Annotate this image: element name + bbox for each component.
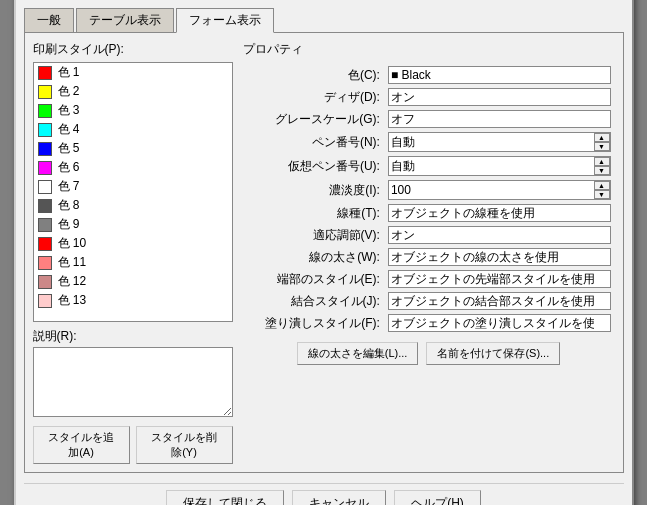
style-list[interactable]: 色 1色 2色 3色 4色 5色 6色 7色 8色 9色 10色 11色 12色… [33, 62, 233, 322]
style-item-label: 色 6 [58, 159, 80, 176]
style-item-label: 色 7 [58, 178, 80, 195]
dropdown-wrapper: オン [388, 88, 611, 106]
dropdown-wrapper: オブジェクトの線の太さを使用 [388, 248, 611, 266]
spinner-wrapper: ▲▼ [388, 156, 611, 176]
pen_number-input[interactable] [389, 134, 594, 150]
spinner-up-button[interactable]: ▲ [594, 157, 610, 166]
property-row: 線の太さ(W):オブジェクトの線の太さを使用 [243, 246, 615, 268]
joinstyle-dropdown[interactable]: オブジェクトの結合部スタイルを使用 [388, 292, 611, 310]
lineweight-dropdown[interactable]: オブジェクトの線の太さを使用 [388, 248, 611, 266]
property-value-cell: オブジェクトの線種を使用 [384, 202, 615, 224]
spinner-down-button[interactable]: ▼ [594, 190, 610, 199]
list-item[interactable]: 色 7 [34, 177, 232, 196]
spinner-up-button[interactable]: ▲ [594, 133, 610, 142]
style-item-label: 色 5 [58, 140, 80, 157]
property-row: 仮想ペン番号(U):▲▼ [243, 154, 615, 178]
action-buttons: 線の太さを編集(L)... 名前を付けて保存(S)... [243, 342, 615, 365]
description-label: 説明(R): [33, 328, 233, 345]
grayscale-dropdown[interactable]: オフ [388, 110, 611, 128]
list-item[interactable]: 色 11 [34, 253, 232, 272]
property-value-cell: オブジェクトの先端部スタイルを使用 [384, 268, 615, 290]
list-item[interactable]: 色 5 [34, 139, 232, 158]
virtual_pen-input[interactable] [389, 158, 594, 174]
bottom-buttons: 保存して閉じる キャンセル ヘルプ(H) [24, 483, 624, 505]
list-item[interactable]: 色 12 [34, 272, 232, 291]
fillstyle-dropdown[interactable]: オブジェクトの塗り潰しスタイルを使用 [388, 314, 611, 332]
property-value-cell: オフ [384, 108, 615, 130]
property-label: 結合スタイル(J): [243, 290, 384, 312]
tab-form[interactable]: フォーム表示 [176, 8, 274, 33]
color-swatch-icon [38, 199, 52, 213]
color-swatch-icon [38, 180, 52, 194]
property-value-cell: オン [384, 224, 615, 246]
dither-dropdown[interactable]: オン [388, 88, 611, 106]
spinner-down-button[interactable]: ▼ [594, 142, 610, 151]
color-swatch-icon [38, 161, 52, 175]
edit-lineweight-button[interactable]: 線の太さを編集(L)... [297, 342, 419, 365]
list-item[interactable]: 色 3 [34, 101, 232, 120]
property-value-cell: オブジェクトの線の太さを使用 [384, 246, 615, 268]
style-item-label: 色 8 [58, 197, 80, 214]
color-swatch-icon [38, 218, 52, 232]
property-label: グレースケール(G): [243, 108, 384, 130]
color-swatch-icon [38, 66, 52, 80]
main-window: 印刷スタイル テーブル エディタ - monochrome.ctb ✕ 一般 テ… [14, 0, 634, 505]
help-button[interactable]: ヘルプ(H) [394, 490, 481, 505]
property-row: 適応調節(V):オン [243, 224, 615, 246]
tab-table[interactable]: テーブル表示 [76, 8, 174, 33]
linetype-dropdown[interactable]: オブジェクトの線種を使用 [388, 204, 611, 222]
property-row: グレースケール(G):オフ [243, 108, 615, 130]
property-row: 線種(T):オブジェクトの線種を使用 [243, 202, 615, 224]
save-as-button[interactable]: 名前を付けて保存(S)... [426, 342, 560, 365]
dropdown-wrapper: ■ Black [388, 66, 611, 84]
dropdown-wrapper: オブジェクトの塗り潰しスタイルを使用 [388, 314, 611, 332]
delete-style-button[interactable]: スタイルを削除(Y) [136, 426, 233, 464]
endstyle-dropdown[interactable]: オブジェクトの先端部スタイルを使用 [388, 270, 611, 288]
color-swatch-icon [38, 294, 52, 308]
list-item[interactable]: 色 2 [34, 82, 232, 101]
cancel-button[interactable]: キャンセル [292, 490, 386, 505]
property-label: 色(C): [243, 64, 384, 86]
style-buttons: スタイルを追加(A) スタイルを削除(Y) [33, 426, 233, 464]
list-item[interactable]: 色 4 [34, 120, 232, 139]
list-item[interactable]: 色 9 [34, 215, 232, 234]
add-style-button[interactable]: スタイルを追加(A) [33, 426, 130, 464]
property-row: 塗り潰しスタイル(F):オブジェクトの塗り潰しスタイルを使用 [243, 312, 615, 334]
color-dropdown[interactable]: ■ Black [388, 66, 611, 84]
intensity-input[interactable] [389, 182, 594, 198]
adaptive-dropdown[interactable]: オン [388, 226, 611, 244]
dropdown-wrapper: オブジェクトの先端部スタイルを使用 [388, 270, 611, 288]
property-row: ディザ(D):オン [243, 86, 615, 108]
property-label: 線種(T): [243, 202, 384, 224]
list-item[interactable]: 色 10 [34, 234, 232, 253]
tab-bar: 一般 テーブル表示 フォーム表示 [24, 7, 624, 32]
tab-general[interactable]: 一般 [24, 8, 74, 33]
style-item-label: 色 3 [58, 102, 80, 119]
dropdown-wrapper: オン [388, 226, 611, 244]
property-label: ペン番号(N): [243, 130, 384, 154]
style-item-label: 色 1 [58, 64, 80, 81]
color-swatch-icon [38, 123, 52, 137]
style-item-label: 色 13 [58, 292, 87, 309]
property-label: 線の太さ(W): [243, 246, 384, 268]
list-item[interactable]: 色 8 [34, 196, 232, 215]
save-close-button[interactable]: 保存して閉じる [166, 490, 284, 505]
description-box[interactable] [33, 347, 233, 417]
list-item[interactable]: 色 6 [34, 158, 232, 177]
style-item-label: 色 11 [58, 254, 87, 271]
property-label: 端部のスタイル(E): [243, 268, 384, 290]
spinner-wrapper: ▲▼ [388, 132, 611, 152]
list-item[interactable]: 色 13 [34, 291, 232, 310]
color-swatch-icon [38, 256, 52, 270]
property-label: 塗り潰しスタイル(F): [243, 312, 384, 334]
property-label: 仮想ペン番号(U): [243, 154, 384, 178]
spinner-up-button[interactable]: ▲ [594, 181, 610, 190]
list-item[interactable]: 色 1 [34, 63, 232, 82]
spinner-buttons: ▲▼ [594, 157, 610, 175]
spinner-buttons: ▲▼ [594, 181, 610, 199]
window-content: 一般 テーブル表示 フォーム表示 印刷スタイル(P): 色 1色 2色 3色 4… [16, 0, 632, 505]
dropdown-wrapper: オフ [388, 110, 611, 128]
spinner-down-button[interactable]: ▼ [594, 166, 610, 175]
properties-table: 色(C):■ Blackディザ(D):オングレースケール(G):オフペン番号(N… [243, 64, 615, 334]
property-value-cell: ▲▼ [384, 154, 615, 178]
